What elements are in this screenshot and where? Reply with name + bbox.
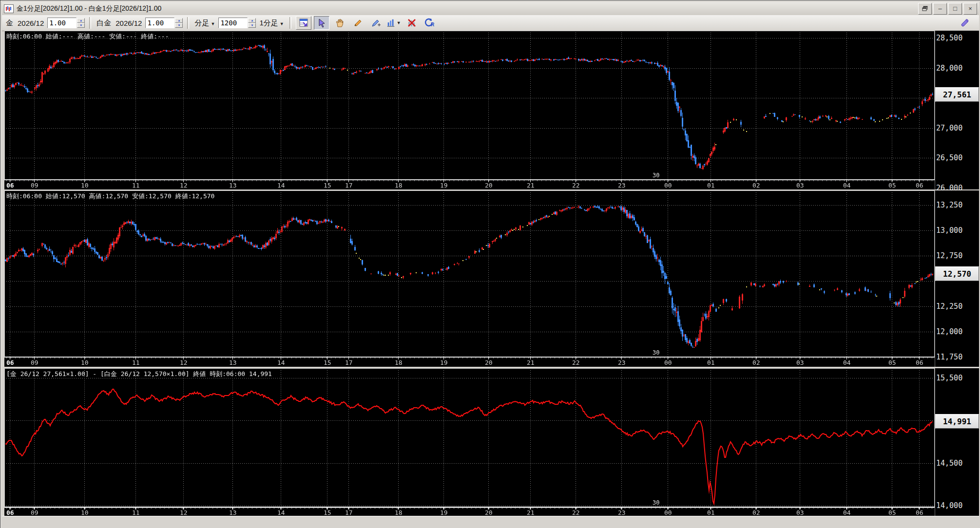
gold-ratio-input[interactable] bbox=[47, 18, 77, 28]
bar-count-input[interactable] bbox=[218, 18, 248, 28]
chevron-down-icon: ▼ bbox=[280, 21, 284, 26]
refresh-button[interactable]: R bbox=[422, 16, 438, 30]
y-axis-label: 27,000 bbox=[936, 124, 962, 132]
refresh-icon: R bbox=[424, 18, 435, 28]
toolbar: 金 2026/12 ▲▼ 白金 2026/12 ▲▼ 分足▼ ▲▼ 1分足▼ bbox=[2, 15, 979, 31]
gold-contract-label: 2026/12 bbox=[18, 19, 44, 27]
platinum-status-text: 時刻:06:00 始値:12,570 高値:12,570 安値:12,570 終… bbox=[6, 192, 214, 201]
y-axis-label: 11,750 bbox=[936, 353, 962, 361]
y-axis-label: 13,000 bbox=[936, 226, 962, 235]
platinum-current-price-box: 12,570 bbox=[935, 266, 979, 281]
wrench-icon bbox=[960, 18, 969, 28]
platinum-ratio-down-icon[interactable]: ▼ bbox=[175, 23, 183, 28]
y-axis-label: 12,250 bbox=[936, 302, 962, 311]
bar-count-spinner: ▲▼ bbox=[218, 18, 256, 28]
bar-chart-icon bbox=[386, 18, 395, 28]
spread-chart-canvas[interactable] bbox=[4, 368, 935, 517]
platinum-chart-panel: 時刻:06:00 始値:12,570 高値:12,570 安値:12,570 終… bbox=[0, 190, 980, 367]
gold-ratio-spinner: ▲▼ bbox=[47, 18, 85, 28]
chevron-down-icon: ▼ bbox=[211, 21, 215, 26]
svg-text:R: R bbox=[431, 22, 435, 27]
delete-drawings-button[interactable] bbox=[404, 16, 420, 30]
y-axis-label: 28,500 bbox=[936, 34, 962, 42]
select-cursor-icon bbox=[317, 18, 327, 28]
cascade-windows-button[interactable] bbox=[918, 3, 932, 15]
gold-ratio-up-icon[interactable]: ▲ bbox=[77, 18, 85, 23]
minimize-button[interactable]: – bbox=[933, 3, 947, 15]
gold-label: 金 bbox=[6, 19, 13, 28]
platinum-chart-canvas[interactable] bbox=[4, 190, 935, 367]
chevron-down-icon: ▼ bbox=[397, 20, 401, 25]
window-bottom-border bbox=[2, 516, 979, 527]
maximize-button[interactable]: □ bbox=[948, 3, 962, 15]
chart-app-icon bbox=[4, 4, 14, 13]
interval-dropdown[interactable]: 1分足▼ bbox=[259, 19, 284, 28]
toolbar-separator bbox=[289, 17, 291, 29]
spread-status-text: [金 26/12 27,561×1.00] - [白金 26/12 12,570… bbox=[6, 370, 272, 378]
platinum-price-axis[interactable]: 12,570 13,25013,00012,75012,25012,00011,… bbox=[935, 190, 979, 367]
pan-hand-icon bbox=[335, 18, 345, 28]
pencil-icon bbox=[353, 18, 363, 28]
y-axis-label: 12,000 bbox=[936, 327, 962, 336]
pencil-draw-button[interactable] bbox=[350, 16, 365, 30]
marker-crosshair-icon bbox=[371, 18, 381, 28]
spread-current-price-box: 14,991 bbox=[935, 414, 979, 429]
y-axis-label: 14,500 bbox=[936, 459, 962, 468]
panel-layout-icon bbox=[299, 18, 308, 28]
gold-chart-canvas[interactable] bbox=[4, 31, 935, 189]
y-axis-label: 28,000 bbox=[936, 64, 962, 73]
bar-count-down-icon[interactable]: ▼ bbox=[248, 23, 256, 28]
panel-layout-button[interactable] bbox=[296, 16, 311, 30]
gold-ratio-down-icon[interactable]: ▼ bbox=[77, 23, 85, 28]
platinum-contract-label: 2026/12 bbox=[115, 19, 142, 27]
pan-hand-button[interactable] bbox=[332, 16, 347, 30]
gold-chart-panel: 時刻:06:00 始値:--- 高値:--- 安値:--- 終値:--- 27,… bbox=[0, 31, 980, 189]
bar-count-up-icon[interactable]: ▲ bbox=[248, 18, 256, 23]
spread-price-axis[interactable]: 14,991 15,50014,50014,000 bbox=[935, 368, 979, 517]
gold-status-text: 時刻:06:00 始値:--- 高値:--- 安値:--- 終値:--- bbox=[6, 32, 169, 41]
y-axis-label: 15,500 bbox=[936, 374, 962, 382]
platinum-label: 白金 bbox=[96, 19, 111, 28]
platinum-ratio-input[interactable] bbox=[145, 18, 174, 28]
y-axis-label: 26,500 bbox=[936, 153, 962, 162]
platinum-ratio-up-icon[interactable]: ▲ bbox=[175, 18, 183, 23]
bartype-dropdown[interactable]: 分足▼ bbox=[194, 19, 215, 28]
y-axis-label: 12,750 bbox=[936, 251, 962, 260]
gold-price-axis[interactable]: 27,561 28,50028,00027,00026,50026,000 bbox=[935, 31, 979, 189]
gold-current-price-box: 27,561 bbox=[935, 87, 979, 102]
settings-wrench-button[interactable] bbox=[957, 16, 972, 30]
marker-button[interactable] bbox=[368, 16, 384, 30]
app-window: 金1分足[2026/12]1.00 - 白金1分足[2026/12]1.00 –… bbox=[0, 0, 980, 528]
toolbar-separator bbox=[89, 17, 91, 29]
window-title: 金1分足[2026/12]1.00 - 白金1分足[2026/12]1.00 bbox=[17, 4, 161, 13]
delete-drawings-icon bbox=[407, 18, 417, 28]
chart-type-button[interactable]: ▼ bbox=[386, 16, 402, 30]
y-axis-label: 13,250 bbox=[936, 201, 962, 209]
y-axis-label: 14,000 bbox=[936, 501, 962, 510]
toolbar-separator bbox=[187, 17, 189, 29]
title-bar[interactable]: 金1分足[2026/12]1.00 - 白金1分足[2026/12]1.00 –… bbox=[2, 2, 979, 16]
platinum-ratio-spinner: ▲▼ bbox=[145, 18, 183, 28]
select-cursor-button[interactable] bbox=[314, 16, 329, 30]
spread-chart-panel: [金 26/12 27,561×1.00] - [白金 26/12 12,570… bbox=[0, 368, 980, 517]
close-button[interactable]: × bbox=[963, 3, 977, 15]
